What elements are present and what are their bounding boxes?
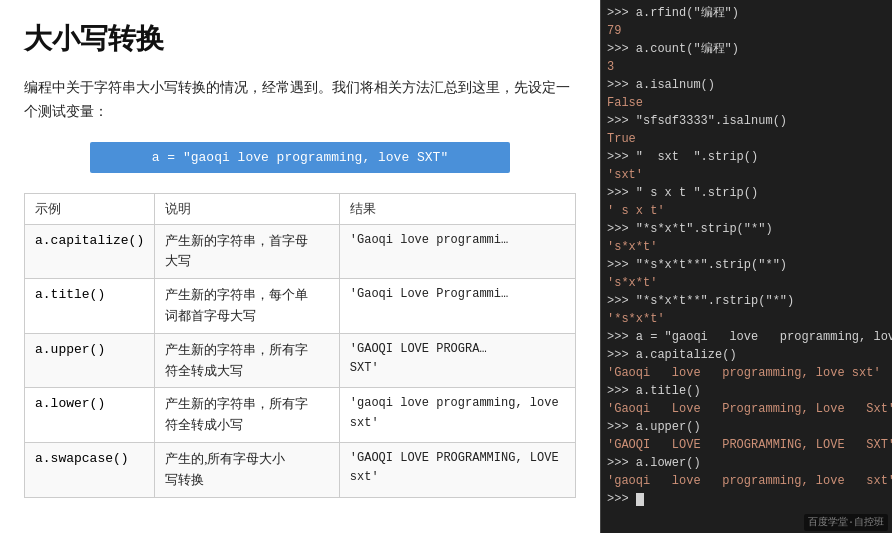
code-example: a = "gaoqi love programming, love SXT" xyxy=(90,142,510,173)
terminal-line: 's*x*t' xyxy=(607,238,886,256)
terminal-line: >>> a.upper() xyxy=(607,418,886,436)
terminal-line: >>> a.isalnum() xyxy=(607,76,886,94)
terminal-line: >>> a = "gaoqi love programming, lov… xyxy=(607,328,886,346)
terminal-panel: >>> a.rfind("编程")79>>> a.count("编程")3>>>… xyxy=(600,0,892,533)
terminal-line: 'Gaoqi Love Programming, Love Sxt' xyxy=(607,400,886,418)
col-header-result: 结果 xyxy=(339,193,575,224)
table-row: a.upper() xyxy=(25,333,155,388)
terminal-line: >>> xyxy=(607,490,886,508)
terminal-line: >>> a.title() xyxy=(607,382,886,400)
table-row: a.capitalize() xyxy=(25,224,155,279)
terminal-line: 'gaoqi love programming, love sxt' xyxy=(607,472,886,490)
table-desc: 产生新的字符串，每个单 词都首字母大写 xyxy=(155,279,340,334)
table-row: a.title() xyxy=(25,279,155,334)
page-title: 大小写转换 xyxy=(24,20,576,58)
terminal-line: 79 xyxy=(607,22,886,40)
left-panel: 大小写转换 编程中关于字符串大小写转换的情况，经常遇到。我们将相关方法汇总到这里… xyxy=(0,0,600,533)
table-row: a.swapcase() xyxy=(25,442,155,497)
terminal-line: True xyxy=(607,130,886,148)
watermark: 百度学堂·自控班 xyxy=(804,514,888,531)
terminal-line: >>> " sxt ".strip() xyxy=(607,148,886,166)
table-result: 'Gaoqi Love Programmi… xyxy=(339,279,575,334)
table-desc: 产生新的字符串，所有字 符全转成大写 xyxy=(155,333,340,388)
terminal-line: 'sxt' xyxy=(607,166,886,184)
terminal-line: False xyxy=(607,94,886,112)
terminal-line: >>> "*s*x*t".strip("*") xyxy=(607,220,886,238)
terminal-line: >>> "sfsdf3333".isalnum() xyxy=(607,112,886,130)
table-desc: 产生新的字符串，所有字 符全转成小写 xyxy=(155,388,340,443)
terminal-line: '*s*x*t' xyxy=(607,310,886,328)
table-desc: 产生新的字符串，首字母 大写 xyxy=(155,224,340,279)
terminal-line: >>> " s x t ".strip() xyxy=(607,184,886,202)
table-result: 'GAOQI LOVE PROGRAMMING, LOVE sxt' xyxy=(339,442,575,497)
table-result: 'GAOQI LOVE PROGRA… SXT' xyxy=(339,333,575,388)
terminal-line: >>> "*s*x*t**".rstrip("*") xyxy=(607,292,886,310)
intro-text: 编程中关于字符串大小写转换的情况，经常遇到。我们将相关方法汇总到这里，先设定一个… xyxy=(24,76,576,124)
terminal-line: ' s x t' xyxy=(607,202,886,220)
col-header-example: 示例 xyxy=(25,193,155,224)
table-result: 'Gaoqi love programmi… xyxy=(339,224,575,279)
terminal-line: 3 xyxy=(607,58,886,76)
table-result: 'gaoqi love programming, love sxt' xyxy=(339,388,575,443)
terminal-line: >>> "*s*x*t**".strip("*") xyxy=(607,256,886,274)
cursor-icon xyxy=(636,493,644,506)
terminal-line: 'GAOQI LOVE PROGRAMMING, LOVE SXT' xyxy=(607,436,886,454)
terminal-line: >>> a.capitalize() xyxy=(607,346,886,364)
terminal-output: >>> a.rfind("编程")79>>> a.count("编程")3>>>… xyxy=(607,4,886,508)
col-header-desc: 说明 xyxy=(155,193,340,224)
table-row: a.lower() xyxy=(25,388,155,443)
terminal-line: >>> a.count("编程") xyxy=(607,40,886,58)
terminal-line: 's*x*t' xyxy=(607,274,886,292)
terminal-line: >>> a.lower() xyxy=(607,454,886,472)
terminal-line: 'Gaoqi love programming, love sxt' xyxy=(607,364,886,382)
terminal-line: >>> a.rfind("编程") xyxy=(607,4,886,22)
table-desc: 产生的,所有字母大小 写转换 xyxy=(155,442,340,497)
methods-table: 示例 说明 结果 a.capitalize()产生新的字符串，首字母 大写'Ga… xyxy=(24,193,576,498)
